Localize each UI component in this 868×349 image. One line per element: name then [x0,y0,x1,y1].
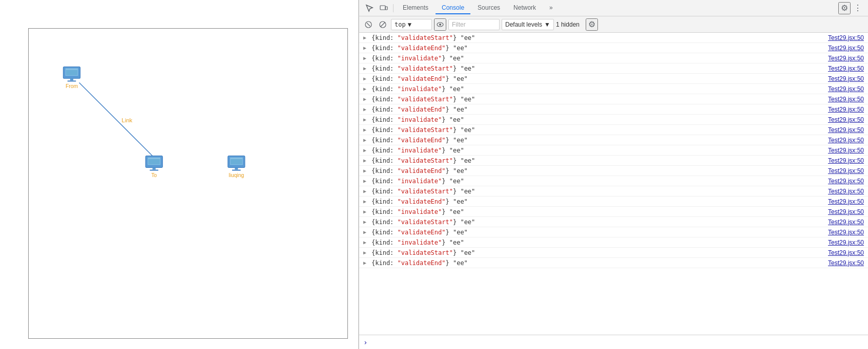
svg-rect-21 [231,158,242,159]
log-content: {kind: "invalidate"} "ee" [371,239,828,246]
log-source[interactable]: Test29.jsx:50 [828,137,864,144]
clear-console-icon[interactable] [362,18,375,31]
more-options-icon[interactable]: ⋮ [852,2,864,14]
console-output[interactable]: ▶ {kind: "validateStart"} "ee" Test29.js… [359,33,868,335]
log-source[interactable]: Test29.jsx:50 [828,239,864,246]
svg-rect-24 [385,7,387,10]
tab-divider [393,4,394,12]
log-source[interactable]: Test29.jsx:50 [828,65,864,72]
log-content: {kind: "validateEnd"} "ee" [371,75,828,82]
log-source[interactable]: Test29.jsx:50 [828,116,864,123]
log-source[interactable]: Test29.jsx:50 [828,229,864,236]
tab-sources[interactable]: Sources [471,2,506,14]
devtools-panel: Elements Console Sources Network » ⚙ ⋮ t… [359,0,868,349]
log-source[interactable]: Test29.jsx:50 [828,208,864,215]
expand-arrow[interactable]: ▶ [363,188,369,194]
log-content: {kind: "validateEnd"} "ee" [371,167,828,174]
log-source[interactable]: Test29.jsx:50 [828,126,864,134]
expand-arrow[interactable]: ▶ [363,137,369,143]
log-source[interactable]: Test29.jsx:50 [828,75,864,82]
expand-arrow[interactable]: ▶ [363,96,369,102]
diagram-svg: Link From [29,29,347,338]
expand-arrow[interactable]: ▶ [363,45,369,51]
log-source[interactable]: Test29.jsx:50 [828,198,864,205]
diagram-canvas[interactable]: Link From [28,28,348,339]
svg-rect-7 [66,69,78,70]
log-content: {kind: "invalidate"} "ee" [371,55,828,62]
devtools-tabs-bar: Elements Console Sources Network » ⚙ ⋮ [359,0,868,16]
expand-arrow[interactable]: ▶ [363,168,369,173]
expand-arrow[interactable]: ▶ [363,229,369,235]
eye-icon[interactable] [434,18,446,31]
log-source[interactable]: Test29.jsx:50 [828,249,864,256]
svg-rect-13 [150,170,158,171]
svg-line-28 [381,23,385,27]
console-row: ▶ {kind: "validateStart"} "ee" Test29.js… [359,156,868,166]
log-source[interactable]: Test29.jsx:50 [828,219,864,226]
expand-arrow[interactable]: ▶ [363,117,369,122]
expand-arrow[interactable]: ▶ [363,209,369,214]
log-source[interactable]: Test29.jsx:50 [828,157,864,164]
console-row: ▶ {kind: "validateStart"} "ee" Test29.js… [359,217,868,227]
inspect-icon[interactable] [363,2,376,14]
tab-elements[interactable]: Elements [397,2,435,14]
console-row: ▶ {kind: "validateEnd"} "ee" Test29.jsx:… [359,135,868,145]
log-source[interactable]: Test29.jsx:50 [828,188,864,195]
svg-rect-14 [148,158,160,159]
tab-console[interactable]: Console [436,2,470,14]
filter-input[interactable]: Filter [448,19,500,30]
log-source[interactable]: Test29.jsx:50 [828,45,864,52]
svg-rect-23 [380,6,385,10]
expand-arrow[interactable]: ▶ [363,35,369,40]
console-prompt: › [363,338,367,346]
svg-text:To: To [151,172,157,178]
console-row: ▶ {kind: "validateStart"} "ee" Test29.js… [359,94,868,104]
console-settings-icon[interactable]: ⚙ [586,18,598,31]
expand-arrow[interactable]: ▶ [363,147,369,153]
log-source[interactable]: Test29.jsx:50 [828,167,864,174]
context-selector[interactable]: top ▼ [391,19,432,30]
canvas-panel: Link From [0,0,359,349]
no-icon[interactable] [377,18,389,31]
log-content: {kind: "validateEnd"} "ee" [371,259,828,267]
hidden-count: 1 hidden [556,21,580,28]
expand-arrow[interactable]: ▶ [363,106,369,112]
log-content: {kind: "invalidate"} "ee" [371,178,828,185]
svg-text:Link: Link [121,117,132,123]
log-content: {kind: "invalidate"} "ee" [371,116,828,123]
expand-arrow[interactable]: ▶ [363,86,369,92]
expand-arrow[interactable]: ▶ [363,127,369,133]
expand-arrow[interactable]: ▶ [363,199,369,204]
console-row: ▶ {kind: "validateEnd"} "ee" Test29.jsx:… [359,104,868,115]
log-source[interactable]: Test29.jsx:50 [828,34,864,41]
device-toolbar-icon[interactable] [378,2,390,14]
tab-more[interactable]: » [543,2,559,14]
expand-arrow[interactable]: ▶ [363,260,369,266]
expand-arrow[interactable]: ▶ [363,66,369,71]
settings-icon[interactable]: ⚙ [838,2,851,14]
log-source[interactable]: Test29.jsx:50 [828,85,864,93]
console-row: ▶ {kind: "invalidate"} "ee" Test29.jsx:5… [359,176,868,186]
console-row: ▶ {kind: "validateStart"} "ee" Test29.js… [359,248,868,258]
log-source[interactable]: Test29.jsx:50 [828,259,864,267]
default-levels-dropdown[interactable]: Default levels ▼ [502,19,554,30]
log-source[interactable]: Test29.jsx:50 [828,178,864,185]
expand-arrow[interactable]: ▶ [363,250,369,255]
expand-arrow[interactable]: ▶ [363,76,369,81]
svg-rect-12 [153,167,156,169]
log-content: {kind: "validateStart"} "ee" [371,188,828,195]
log-source[interactable]: Test29.jsx:50 [828,147,864,154]
console-row: ▶ {kind: "validateStart"} "ee" Test29.js… [359,63,868,74]
context-dropdown-arrow: ▼ [408,21,411,28]
expand-arrow[interactable]: ▶ [363,55,369,61]
expand-arrow[interactable]: ▶ [363,239,369,245]
console-row: ▶ {kind: "validateEnd"} "ee" Test29.jsx:… [359,43,868,53]
log-source[interactable]: Test29.jsx:50 [828,96,864,103]
log-source[interactable]: Test29.jsx:50 [828,106,864,113]
log-content: {kind: "validateStart"} "ee" [371,126,828,134]
tab-network[interactable]: Network [507,2,542,14]
expand-arrow[interactable]: ▶ [363,158,369,163]
expand-arrow[interactable]: ▶ [363,219,369,225]
log-source[interactable]: Test29.jsx:50 [828,55,864,62]
expand-arrow[interactable]: ▶ [363,178,369,184]
